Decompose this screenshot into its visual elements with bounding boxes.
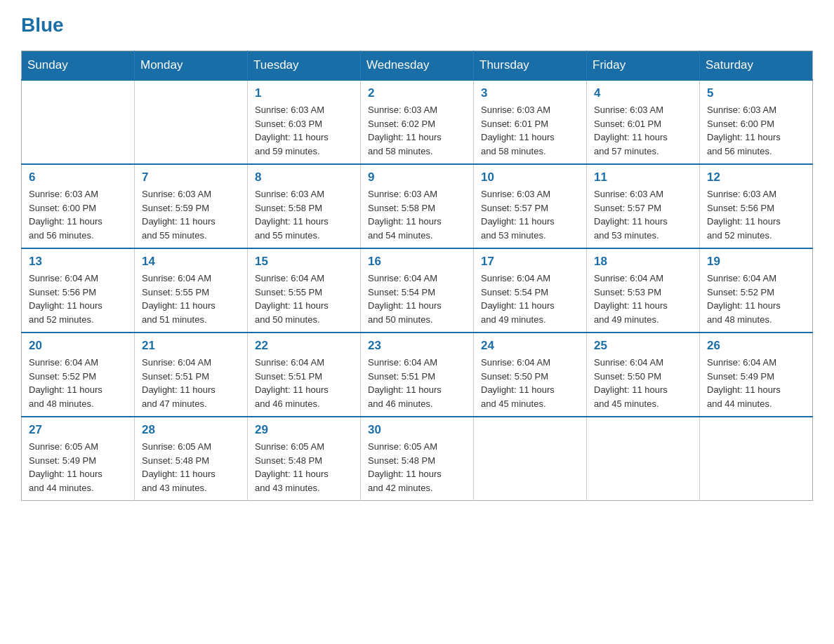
day-cell: 27Sunrise: 6:05 AMSunset: 5:49 PMDayligh… <box>22 417 135 501</box>
day-info: Sunrise: 6:03 AMSunset: 6:01 PMDaylight:… <box>481 103 579 158</box>
day-cell: 21Sunrise: 6:04 AMSunset: 5:51 PMDayligh… <box>135 333 248 417</box>
day-cell: 12Sunrise: 6:03 AMSunset: 5:56 PMDayligh… <box>700 164 813 248</box>
day-info: Sunrise: 6:04 AMSunset: 5:55 PMDaylight:… <box>255 271 353 326</box>
calendar-header: SundayMondayTuesdayWednesdayThursdayFrid… <box>22 51 813 81</box>
day-info: Sunrise: 6:04 AMSunset: 5:50 PMDaylight:… <box>481 356 579 410</box>
day-number: 3 <box>481 86 579 100</box>
day-cell: 4Sunrise: 6:03 AMSunset: 6:01 PMDaylight… <box>587 80 700 164</box>
day-info: Sunrise: 6:04 AMSunset: 5:56 PMDaylight:… <box>29 271 127 326</box>
day-info: Sunrise: 6:03 AMSunset: 6:00 PMDaylight:… <box>707 103 805 158</box>
day-number: 19 <box>707 255 805 269</box>
header-cell-friday: Friday <box>587 51 700 81</box>
week-row-5: 27Sunrise: 6:05 AMSunset: 5:49 PMDayligh… <box>22 417 813 501</box>
day-cell: 16Sunrise: 6:04 AMSunset: 5:54 PMDayligh… <box>361 248 474 333</box>
day-cell <box>587 417 700 501</box>
calendar-body: 1Sunrise: 6:03 AMSunset: 6:03 PMDaylight… <box>22 80 813 501</box>
day-number: 6 <box>29 170 127 185</box>
day-info: Sunrise: 6:04 AMSunset: 5:49 PMDaylight:… <box>707 356 805 410</box>
day-cell: 20Sunrise: 6:04 AMSunset: 5:52 PMDayligh… <box>22 333 135 417</box>
day-info: Sunrise: 6:03 AMSunset: 6:02 PMDaylight:… <box>368 103 466 158</box>
day-number: 4 <box>594 86 692 100</box>
day-cell: 30Sunrise: 6:05 AMSunset: 5:48 PMDayligh… <box>361 417 474 501</box>
logo-blue-text: Blue <box>21 14 64 36</box>
day-cell: 25Sunrise: 6:04 AMSunset: 5:50 PMDayligh… <box>587 333 700 417</box>
page-header: Blue <box>21 14 813 36</box>
header-cell-wednesday: Wednesday <box>361 51 474 81</box>
day-cell: 22Sunrise: 6:04 AMSunset: 5:51 PMDayligh… <box>248 333 361 417</box>
day-info: Sunrise: 6:03 AMSunset: 5:57 PMDaylight:… <box>594 187 692 242</box>
day-number: 24 <box>481 339 579 353</box>
day-number: 15 <box>255 255 353 269</box>
day-info: Sunrise: 6:03 AMSunset: 5:57 PMDaylight:… <box>481 187 579 242</box>
day-cell: 10Sunrise: 6:03 AMSunset: 5:57 PMDayligh… <box>474 164 587 248</box>
day-info: Sunrise: 6:04 AMSunset: 5:55 PMDaylight:… <box>142 271 240 326</box>
day-info: Sunrise: 6:05 AMSunset: 5:48 PMDaylight:… <box>142 440 240 495</box>
day-number: 17 <box>481 255 579 269</box>
day-number: 9 <box>368 170 466 185</box>
day-number: 30 <box>368 423 466 437</box>
day-number: 7 <box>142 170 240 185</box>
day-info: Sunrise: 6:04 AMSunset: 5:51 PMDaylight:… <box>142 356 240 410</box>
day-cell: 8Sunrise: 6:03 AMSunset: 5:58 PMDaylight… <box>248 164 361 248</box>
day-cell: 6Sunrise: 6:03 AMSunset: 6:00 PMDaylight… <box>22 164 135 248</box>
day-info: Sunrise: 6:03 AMSunset: 6:00 PMDaylight:… <box>29 187 127 242</box>
day-number: 18 <box>594 255 692 269</box>
day-info: Sunrise: 6:03 AMSunset: 5:58 PMDaylight:… <box>255 187 353 242</box>
day-number: 12 <box>707 170 805 185</box>
day-info: Sunrise: 6:05 AMSunset: 5:49 PMDaylight:… <box>29 440 127 495</box>
day-number: 10 <box>481 170 579 185</box>
day-cell: 23Sunrise: 6:04 AMSunset: 5:51 PMDayligh… <box>361 333 474 417</box>
day-number: 29 <box>255 423 353 437</box>
day-info: Sunrise: 6:03 AMSunset: 6:01 PMDaylight:… <box>594 103 692 158</box>
day-cell: 26Sunrise: 6:04 AMSunset: 5:49 PMDayligh… <box>700 333 813 417</box>
day-cell: 28Sunrise: 6:05 AMSunset: 5:48 PMDayligh… <box>135 417 248 501</box>
day-info: Sunrise: 6:05 AMSunset: 5:48 PMDaylight:… <box>368 440 466 495</box>
day-info: Sunrise: 6:04 AMSunset: 5:54 PMDaylight:… <box>481 271 579 326</box>
day-number: 26 <box>707 339 805 353</box>
day-cell: 2Sunrise: 6:03 AMSunset: 6:02 PMDaylight… <box>361 80 474 164</box>
day-number: 23 <box>368 339 466 353</box>
day-cell <box>135 80 248 164</box>
day-number: 11 <box>594 170 692 185</box>
day-info: Sunrise: 6:04 AMSunset: 5:52 PMDaylight:… <box>707 271 805 326</box>
day-cell: 9Sunrise: 6:03 AMSunset: 5:58 PMDaylight… <box>361 164 474 248</box>
day-cell <box>700 417 813 501</box>
day-cell <box>474 417 587 501</box>
day-number: 16 <box>368 255 466 269</box>
day-number: 25 <box>594 339 692 353</box>
day-info: Sunrise: 6:05 AMSunset: 5:48 PMDaylight:… <box>255 440 353 495</box>
day-info: Sunrise: 6:04 AMSunset: 5:51 PMDaylight:… <box>368 356 466 410</box>
header-cell-tuesday: Tuesday <box>248 51 361 81</box>
day-number: 5 <box>707 86 805 100</box>
day-cell: 11Sunrise: 6:03 AMSunset: 5:57 PMDayligh… <box>587 164 700 248</box>
logo: Blue <box>21 14 64 36</box>
day-cell: 14Sunrise: 6:04 AMSunset: 5:55 PMDayligh… <box>135 248 248 333</box>
header-cell-saturday: Saturday <box>700 51 813 81</box>
day-number: 1 <box>255 86 353 100</box>
day-cell: 15Sunrise: 6:04 AMSunset: 5:55 PMDayligh… <box>248 248 361 333</box>
day-cell: 17Sunrise: 6:04 AMSunset: 5:54 PMDayligh… <box>474 248 587 333</box>
day-cell: 13Sunrise: 6:04 AMSunset: 5:56 PMDayligh… <box>22 248 135 333</box>
week-row-3: 13Sunrise: 6:04 AMSunset: 5:56 PMDayligh… <box>22 248 813 333</box>
day-cell: 3Sunrise: 6:03 AMSunset: 6:01 PMDaylight… <box>474 80 587 164</box>
day-cell: 24Sunrise: 6:04 AMSunset: 5:50 PMDayligh… <box>474 333 587 417</box>
day-cell: 19Sunrise: 6:04 AMSunset: 5:52 PMDayligh… <box>700 248 813 333</box>
day-number: 14 <box>142 255 240 269</box>
day-info: Sunrise: 6:03 AMSunset: 5:56 PMDaylight:… <box>707 187 805 242</box>
day-info: Sunrise: 6:03 AMSunset: 5:58 PMDaylight:… <box>368 187 466 242</box>
day-number: 8 <box>255 170 353 185</box>
day-number: 22 <box>255 339 353 353</box>
day-cell: 29Sunrise: 6:05 AMSunset: 5:48 PMDayligh… <box>248 417 361 501</box>
day-info: Sunrise: 6:03 AMSunset: 6:03 PMDaylight:… <box>255 103 353 158</box>
day-number: 28 <box>142 423 240 437</box>
day-number: 2 <box>368 86 466 100</box>
week-row-4: 20Sunrise: 6:04 AMSunset: 5:52 PMDayligh… <box>22 333 813 417</box>
day-cell: 1Sunrise: 6:03 AMSunset: 6:03 PMDaylight… <box>248 80 361 164</box>
day-info: Sunrise: 6:04 AMSunset: 5:52 PMDaylight:… <box>29 356 127 410</box>
week-row-2: 6Sunrise: 6:03 AMSunset: 6:00 PMDaylight… <box>22 164 813 248</box>
week-row-1: 1Sunrise: 6:03 AMSunset: 6:03 PMDaylight… <box>22 80 813 164</box>
day-number: 21 <box>142 339 240 353</box>
day-cell: 5Sunrise: 6:03 AMSunset: 6:00 PMDaylight… <box>700 80 813 164</box>
day-info: Sunrise: 6:04 AMSunset: 5:54 PMDaylight:… <box>368 271 466 326</box>
day-cell <box>22 80 135 164</box>
